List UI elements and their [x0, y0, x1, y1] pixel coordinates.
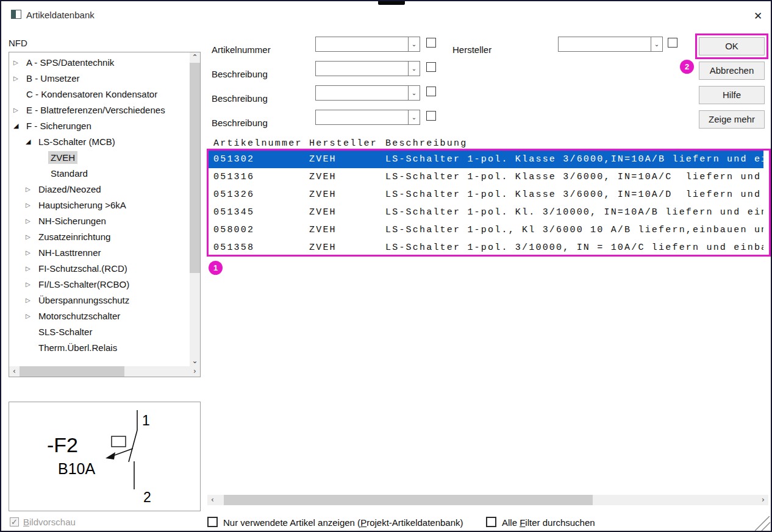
tree-item-überspannungsschutz[interactable]: ▷Überspannungsschutz	[10, 292, 189, 308]
table-row-051326[interactable]: 051326ZVEHLS-Schalter 1-pol. Klasse 3/60…	[207, 186, 763, 204]
tree-item-diazed-neozed[interactable]: ▷Diazed/Neozed	[10, 181, 189, 197]
tree-item-label: ZVEH	[48, 151, 77, 164]
dropdown-arrow-icon[interactable]: ⌄	[408, 110, 420, 124]
horizontal-scroll-thumb[interactable]	[20, 366, 124, 377]
expanded-arrow-icon[interactable]: ◢	[13, 122, 24, 130]
table-row-051302[interactable]: 051302ZVEHLS-Schalter 1-pol. Klasse 3/60…	[207, 151, 763, 168]
tree-root-label: NFD	[9, 38, 27, 48]
column-header-artikelnummer[interactable]: Artikelnummer	[213, 137, 302, 151]
cell-beschreibung: LS-Schalter 1-pol. Kl. 3/10000, IN=10A/B…	[385, 204, 763, 221]
collapsed-arrow-icon[interactable]: ▷	[26, 186, 36, 193]
column-header-beschreibung[interactable]: Beschreibung	[385, 137, 467, 151]
collapsed-arrow-icon[interactable]: ▷	[26, 218, 36, 224]
tree-item-motorschutzschalter[interactable]: ▷Motorschutzschalter	[10, 308, 189, 324]
expanded-arrow-icon[interactable]: ◢	[26, 138, 36, 146]
cell-artikelnummer: 051358	[213, 239, 254, 257]
tree-item-hauptsicherung-6ka[interactable]: ▷Hauptsicherung >6kA	[10, 197, 189, 213]
vertical-scroll-thumb[interactable]	[190, 63, 200, 273]
tree-item-label: SLS-Schalter	[36, 325, 95, 338]
tree-item-label: Zusatzeinrichtung	[36, 230, 113, 243]
artikelnummer-filter-checkbox[interactable]	[426, 38, 436, 48]
table-row-058002[interactable]: 058002ZVEHLS-Schalter 1-pol., Kl 3/6000 …	[207, 221, 763, 239]
annotation-badge-1: 1	[209, 261, 223, 275]
nur-verwendete-artikel-checkbox[interactable]	[207, 517, 218, 527]
beschreibung1-filter-combobox[interactable]: ⌄	[315, 61, 420, 76]
tree-item-fi-ls-schalter-rcbo-[interactable]: ▷FI/LS-Schalter(RCBO)	[10, 276, 189, 292]
nur-verwendete-artikel-label[interactable]: Nur verwendete Artikel anzeigen (Projekt…	[223, 517, 463, 528]
dropdown-arrow-icon[interactable]: ⌄	[651, 37, 662, 51]
resize-grip[interactable]	[755, 516, 771, 531]
collapsed-arrow-icon[interactable]: ▷	[13, 107, 24, 113]
tree-item-therm-überl-relais[interactable]: Therm.Überl.Relais	[10, 339, 189, 355]
tree-item-c-kondensatoren-kondensator[interactable]: C - Kondensatoren Kondensator	[10, 86, 189, 102]
collapsed-arrow-icon[interactable]: ▷	[13, 75, 24, 82]
tree-item-label: B - Umsetzer	[24, 72, 82, 85]
ok-button[interactable]: OK	[699, 37, 765, 55]
cell-hersteller: ZVEH	[309, 239, 337, 257]
dropdown-arrow-icon[interactable]: ⌄	[408, 37, 420, 51]
horizontal-scroll-thumb[interactable]	[224, 495, 593, 505]
table-horizontal-scrollbar[interactable]: ‹ ›	[207, 495, 768, 505]
collapsed-arrow-icon[interactable]: ▷	[26, 297, 36, 303]
zeige-mehr-button[interactable]: Zeige mehr	[699, 110, 765, 129]
tree-item-label: A - SPS/Datentechnik	[24, 56, 116, 69]
scroll-right-icon[interactable]: ›	[190, 366, 200, 377]
beschreibung3-filter-checkbox[interactable]	[426, 111, 436, 121]
scroll-right-icon[interactable]: ›	[758, 495, 768, 505]
tree-item-label: E - Blattreferenzen/Verschiedenes	[24, 104, 168, 116]
tree-item-a-sps-datentechnik[interactable]: ▷A - SPS/Datentechnik	[10, 54, 189, 70]
tree-item-label: NH-Sicherungen	[36, 215, 109, 227]
hersteller-filter-checkbox[interactable]	[668, 38, 677, 48]
beschreibung1-filter-checkbox[interactable]	[426, 62, 436, 72]
table-row-051358[interactable]: 051358ZVEHLS-Schalter 1-pol. 3/10000, IN…	[207, 239, 763, 257]
close-icon[interactable]: ✕	[750, 9, 766, 24]
dropdown-arrow-icon[interactable]: ⌄	[408, 62, 420, 76]
tree-item-standard[interactable]: Standard	[10, 165, 189, 181]
tree-item-nh-lasttrenner[interactable]: ▷NH-Lasttrenner	[10, 244, 189, 260]
beschreibung2-filter-checkbox[interactable]	[426, 87, 436, 96]
table-row-051316[interactable]: 051316ZVEHLS-Schalter 1-pol. Klasse 3/60…	[207, 168, 763, 186]
collapsed-arrow-icon[interactable]: ▷	[26, 265, 36, 272]
dropdown-arrow-icon[interactable]: ⌄	[408, 86, 420, 100]
table-row-051345[interactable]: 051345ZVEHLS-Schalter 1-pol. Kl. 3/10000…	[207, 204, 763, 221]
tree-vertical-scrollbar[interactable]: ⌃ ⌄	[190, 52, 200, 366]
tree-item-zusatzeinrichtung[interactable]: ▷Zusatzeinrichtung	[10, 229, 189, 244]
alle-filter-durchsuchen-checkbox[interactable]	[486, 517, 496, 527]
circuit-breaker-symbol: -F2 B10A 1 2	[9, 402, 200, 511]
tree-item-f-sicherungen[interactable]: ◢F - Sicherungen	[10, 118, 189, 133]
tree-item-label: Standard	[48, 167, 90, 180]
collapsed-arrow-icon[interactable]: ▷	[26, 281, 36, 288]
collapsed-arrow-icon[interactable]: ▷	[26, 202, 36, 208]
cell-beschreibung: LS-Schalter 1-pol. 3/10000, IN = 10A/C l…	[385, 239, 763, 257]
tree-item-label: Therm.Überl.Relais	[36, 341, 120, 354]
tree-item-nh-sicherungen[interactable]: ▷NH-Sicherungen	[10, 213, 189, 229]
cell-artikelnummer: 058002	[213, 221, 254, 239]
scroll-left-icon[interactable]: ‹	[207, 495, 218, 505]
tree-item-fi-schutzschal-rcd-[interactable]: ▷FI-Schutzschal.(RCD)	[10, 260, 189, 276]
scroll-up-icon[interactable]: ⌃	[190, 52, 200, 63]
collapsed-arrow-icon[interactable]: ▷	[26, 313, 36, 319]
tree-item-zveh[interactable]: ZVEH	[10, 149, 189, 165]
tree-item-sls-schalter[interactable]: SLS-Schalter	[10, 324, 189, 339]
beschreibung2-filter-label: Beschreibung	[212, 93, 268, 104]
symbol-preview-panel: -F2 B10A 1 2	[9, 402, 201, 511]
collapsed-arrow-icon[interactable]: ▷	[13, 59, 24, 66]
accesskey: P	[360, 517, 366, 528]
beschreibung3-filter-combobox[interactable]: ⌄	[315, 110, 420, 125]
tree-horizontal-scrollbar[interactable]: ‹ ›	[9, 366, 200, 377]
abbrechen-button[interactable]: Abbrechen	[699, 62, 765, 80]
bildvorschau-checkbox[interactable]: ✓	[10, 517, 19, 527]
hilfe-button[interactable]: Hilfe	[699, 86, 765, 104]
alle-filter-durchsuchen-label[interactable]: Alle Filter durchsuchen	[502, 517, 595, 528]
scroll-left-icon[interactable]: ‹	[9, 366, 20, 377]
tree-item-ls-schalter-mcb-[interactable]: ◢LS-Schalter (MCB)	[10, 133, 189, 149]
tree-item-b-umsetzer[interactable]: ▷B - Umsetzer	[10, 70, 189, 86]
collapsed-arrow-icon[interactable]: ▷	[26, 249, 36, 256]
collapsed-arrow-icon[interactable]: ▷	[26, 233, 36, 240]
tree-item-e-blattreferenzen-verschiedenes[interactable]: ▷E - Blattreferenzen/Verschiedenes	[10, 102, 189, 118]
beschreibung2-filter-combobox[interactable]: ⌄	[315, 85, 420, 101]
artikelnummer-filter-combobox[interactable]: ⌄	[315, 37, 420, 52]
scroll-down-icon[interactable]: ⌄	[190, 356, 200, 366]
column-header-hersteller[interactable]: Hersteller	[309, 137, 377, 151]
hersteller-filter-combobox[interactable]: ⌄	[558, 37, 663, 52]
